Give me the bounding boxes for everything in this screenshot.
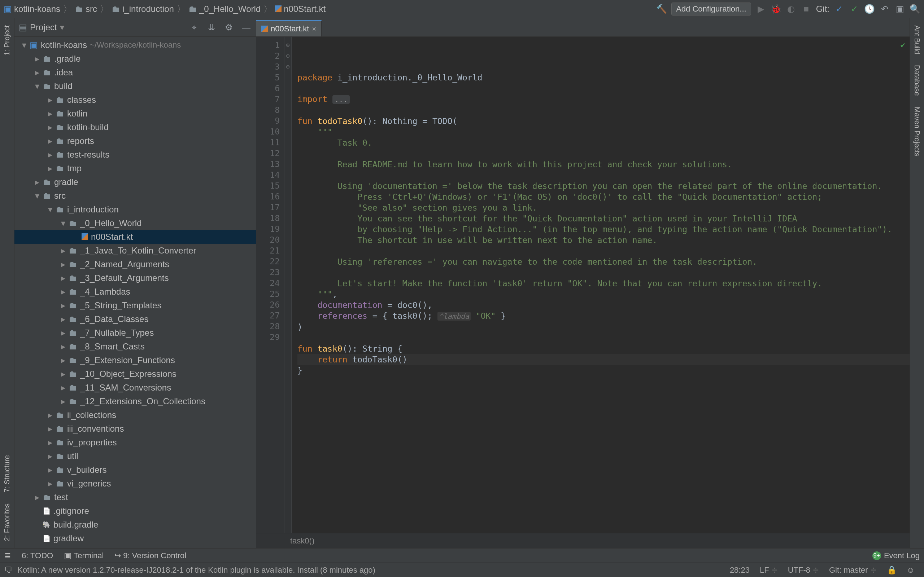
editor-breadcrumb-item[interactable]: task0() [290, 536, 314, 546]
editor-breadcrumb[interactable]: task0() [256, 533, 909, 548]
settings-icon[interactable]: ⚙ [223, 22, 234, 33]
chevron-right-icon[interactable]: ▸ [48, 479, 53, 488]
git-update-icon[interactable]: ✓ [834, 3, 845, 15]
chevron-down-icon[interactable]: ▾ [48, 205, 53, 214]
git-branch[interactable]: Git: master ≑ [824, 566, 882, 575]
tree-row[interactable]: ▸🖿gradle [15, 175, 256, 189]
tree-row[interactable]: ▸🖿test-results [15, 148, 256, 161]
status-message[interactable]: Kotlin: A new version 1.2.70-release-IJ2… [12, 566, 380, 575]
tool-window-tab[interactable]: Ant Build [913, 22, 921, 58]
code-editor[interactable]: ✔ package i_introduction._0_Hello_World … [292, 37, 909, 533]
tree-row[interactable]: ▸🖿_12_Extensions_On_Collections [15, 395, 256, 408]
tree-row[interactable]: ▸🖿_2_Named_Arguments [15, 258, 256, 271]
chevron-down-icon[interactable]: ▾ [22, 40, 27, 50]
tree-row[interactable]: ▸🖿ii_collections [15, 408, 256, 422]
event-log-tab[interactable]: 9+ Event Log [872, 551, 920, 561]
line-separator[interactable]: LF ≑ [755, 566, 783, 575]
tree-row[interactable]: ▸🖿iii_conventions [15, 422, 256, 436]
tree-row[interactable]: ▸🖿_8_Smart_Casts [15, 340, 256, 353]
tree-row[interactable]: ▾🖿i_introduction [15, 203, 256, 216]
chevron-right-icon[interactable]: ▸ [61, 355, 66, 365]
chevron-right-icon[interactable]: ▸ [61, 328, 66, 338]
version-control-tab[interactable]: ↪9: Version Control [115, 551, 186, 561]
ide-settings-icon[interactable]: ▣ [894, 3, 905, 15]
terminal-tab[interactable]: ▣Terminal [64, 551, 103, 561]
history-icon[interactable]: 🕓 [864, 3, 875, 15]
breadcrumb-item[interactable]: 🖿src [75, 4, 97, 14]
chevron-right-icon[interactable]: ▸ [48, 451, 53, 461]
fold-gutter[interactable]: ⊕⊖⊖ [284, 37, 292, 533]
tree-row[interactable]: ▾🖿src [15, 189, 256, 203]
coverage-icon[interactable]: ◐ [786, 3, 796, 15]
chevron-right-icon[interactable]: ▸ [48, 150, 53, 160]
tree-row[interactable]: ▸🖿util [15, 449, 256, 463]
tree-row[interactable]: ▸🖿classes [15, 93, 256, 107]
stop-icon[interactable]: ■ [801, 3, 812, 15]
tree-row[interactable]: ▸🖿_4_Lambdas [15, 285, 256, 298]
tree-row[interactable]: ▸🖿v_builders [15, 463, 256, 477]
git-commit-icon[interactable]: ✓ [849, 3, 860, 15]
line-number-gutter[interactable]: 1235678910111213141516171819202122232425… [256, 37, 284, 533]
tool-window-tab[interactable]: 7: Structure [3, 451, 11, 496]
debug-icon[interactable]: 🐞 [771, 3, 782, 15]
tree-row[interactable]: ▸🖿.gradle [15, 52, 256, 66]
run-icon[interactable]: ▶ [756, 3, 766, 15]
locate-icon[interactable]: ⌖ [189, 22, 200, 33]
tree-row[interactable]: 📄.gitignore [15, 504, 256, 518]
todo-tab[interactable]: 6: TODO [22, 551, 53, 561]
collapse-all-icon[interactable]: ⇊ [206, 22, 217, 33]
tree-row[interactable]: ▸🖿.idea [15, 66, 256, 79]
chevron-right-icon[interactable]: ▸ [48, 95, 53, 105]
chevron-right-icon[interactable]: ▸ [61, 369, 66, 379]
tree-row[interactable]: ▸🖿kotlin [15, 107, 256, 121]
chevron-right-icon[interactable]: ▸ [61, 383, 66, 393]
chevron-right-icon[interactable]: ▸ [61, 259, 66, 269]
tree-row[interactable]: ▸🖿_9_Extension_Functions [15, 353, 256, 367]
tool-window-tab[interactable]: Database [913, 61, 921, 100]
chevron-right-icon[interactable]: ▸ [35, 492, 40, 502]
add-configuration-button[interactable]: Add Configuration... [671, 3, 751, 16]
breadcrumb-item[interactable]: 🖿_0_Hello_World [188, 4, 261, 14]
hide-icon[interactable]: — [241, 22, 252, 33]
build-icon[interactable]: 🔨 [656, 3, 667, 15]
breadcrumb-item[interactable]: 🖿i_introduction [111, 4, 174, 14]
tree-row[interactable]: ▸🖿_6_Data_Classes [15, 312, 256, 326]
chevron-down-icon[interactable]: ▾ [35, 81, 40, 91]
bottom-toggle-icon[interactable]: ≣ [4, 551, 11, 561]
tree-row[interactable]: ▸🖿kotlin-build [15, 121, 256, 134]
tree-row[interactable]: ▸🖿_5_String_Templates [15, 298, 256, 312]
search-everywhere-icon[interactable]: 🔍 [909, 3, 921, 15]
dropdown-icon[interactable]: ▾ [60, 23, 64, 32]
chevron-right-icon[interactable]: ▸ [61, 273, 66, 283]
tree-row[interactable]: 🐘build.gradle [15, 518, 256, 532]
chevron-right-icon[interactable]: ▸ [48, 410, 53, 420]
chevron-right-icon[interactable]: ▸ [61, 342, 66, 351]
chevron-right-icon[interactable]: ▸ [61, 396, 66, 406]
file-encoding[interactable]: UTF-8 ≑ [783, 566, 824, 575]
tree-row[interactable]: ▸🖿vi_generics [15, 477, 256, 490]
chevron-right-icon[interactable]: ▸ [35, 54, 40, 64]
tree-row[interactable]: n00Start.kt [15, 230, 256, 244]
tree-row[interactable]: ▸🖿iv_properties [15, 436, 256, 449]
tree-row[interactable]: ▸🖿_3_Default_Arguments [15, 271, 256, 285]
chevron-down-icon[interactable]: ▾ [35, 191, 40, 201]
breadcrumb-item[interactable]: n00Start.kt [275, 4, 326, 14]
project-tree[interactable]: ▾▣kotlin-koans ~/Workspace/kotlin-koans▸… [15, 37, 256, 548]
editor-tab[interactable]: n00Start.kt × [256, 20, 321, 36]
tool-window-tab[interactable]: 1: Project [3, 22, 11, 59]
caret-position[interactable]: 28:23 [725, 566, 755, 575]
close-tab-icon[interactable]: × [312, 25, 316, 33]
tree-row[interactable]: ▸🖿_7_Nullable_Types [15, 326, 256, 340]
chevron-right-icon[interactable]: ▸ [48, 437, 53, 448]
tree-row[interactable]: ▸🖿_1_Java_To_Kotlin_Converter [15, 244, 256, 258]
tree-row[interactable]: ▸🖿reports [15, 134, 256, 148]
chevron-right-icon[interactable]: ▸ [48, 136, 53, 146]
tool-window-tab[interactable]: 2: Favorites [3, 500, 11, 545]
chevron-right-icon[interactable]: ▸ [61, 246, 66, 256]
tree-row[interactable]: ▾🖿_0_Hello_World [15, 216, 256, 230]
chevron-right-icon[interactable]: ▸ [61, 287, 66, 297]
chevron-down-icon[interactable]: ▾ [61, 218, 66, 228]
tree-row[interactable]: ▾▣kotlin-koans ~/Workspace/kotlin-koans [15, 38, 256, 52]
project-view-title[interactable]: Project [30, 23, 57, 32]
chevron-right-icon[interactable]: ▸ [48, 424, 53, 434]
